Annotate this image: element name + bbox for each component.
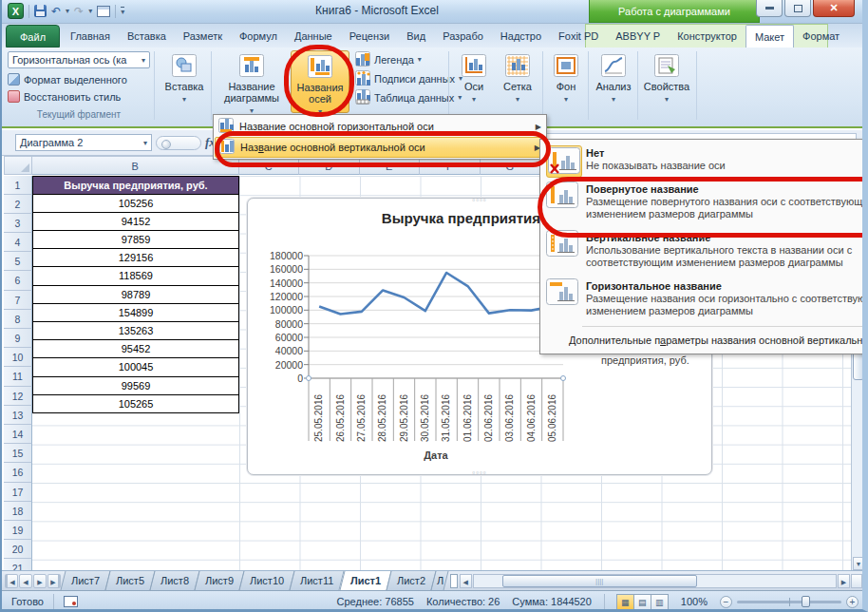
background-button[interactable]: Фон ▾ bbox=[546, 50, 586, 105]
ribbon-tab[interactable]: Конструктор bbox=[669, 25, 745, 48]
ribbon-tab[interactable]: Формул bbox=[231, 25, 286, 48]
table-header-cell[interactable]: Выручка предприятия, руб. bbox=[32, 176, 239, 195]
row-header[interactable]: 5 bbox=[4, 252, 32, 271]
ribbon-tab[interactable]: Формат bbox=[794, 25, 848, 48]
sheet-tab[interactable]: Лист8 bbox=[150, 571, 200, 590]
insert-button[interactable]: Вставка ▾ bbox=[160, 50, 209, 105]
select-all-corner[interactable] bbox=[4, 156, 32, 175]
maximize-button[interactable] bbox=[784, 0, 811, 17]
ribbon-tab[interactable]: Разметк bbox=[175, 25, 231, 48]
name-box[interactable]: Диаграмма 2 ▾ bbox=[15, 134, 152, 151]
ribbon-tab[interactable]: Данные bbox=[286, 25, 341, 48]
row-header[interactable]: 9 bbox=[4, 329, 32, 348]
submenu-item[interactable]: Горизонтальное названиеРазмещение назван… bbox=[540, 275, 868, 323]
sheet-tab[interactable]: Лист7 bbox=[61, 571, 111, 590]
menu-item[interactable]: Название основной горизонтальной оси▶ bbox=[215, 116, 545, 137]
column-header[interactable]: B bbox=[32, 156, 239, 175]
table-cell[interactable]: 129156 bbox=[32, 248, 239, 267]
table-cell[interactable]: 95452 bbox=[32, 339, 239, 358]
submenu-item[interactable]: Повернутое названиеРазмещение повернутог… bbox=[540, 178, 868, 226]
sheet-tab[interactable]: Лист1 bbox=[339, 571, 391, 590]
undo-icon[interactable]: ↶ bbox=[51, 5, 61, 18]
zoom-track[interactable] bbox=[737, 601, 841, 603]
data-labels-button[interactable]: Подписи данных ▾ bbox=[355, 70, 462, 86]
row-header[interactable]: 16 bbox=[4, 463, 32, 482]
submenu-item[interactable]: Вертикальное названиеИспользование верти… bbox=[540, 226, 868, 275]
row-header[interactable]: 8 bbox=[4, 310, 32, 329]
table-cell[interactable]: 94152 bbox=[32, 212, 239, 231]
ribbon-tab[interactable]: Рецензи bbox=[341, 25, 399, 48]
sheet-tab[interactable]: Лист10 bbox=[239, 571, 295, 590]
row-header[interactable]: 18 bbox=[4, 502, 32, 521]
sheet-tab[interactable]: Лист2 bbox=[386, 571, 436, 590]
page-break-view-button[interactable]: ▥ bbox=[651, 594, 669, 610]
zoom-level[interactable]: 100% bbox=[681, 596, 708, 607]
table-cell[interactable]: 97859 bbox=[32, 230, 239, 249]
row-header[interactable]: 10 bbox=[4, 348, 32, 367]
axis-titles-button[interactable]: Названия осей ▾ bbox=[291, 50, 349, 113]
row-header[interactable]: 2 bbox=[4, 195, 32, 214]
page-layout-view-button[interactable]: ▤ bbox=[633, 594, 651, 610]
minimize-button[interactable] bbox=[756, 0, 783, 17]
row-header[interactable]: 17 bbox=[4, 483, 32, 502]
print-preview-icon[interactable] bbox=[97, 6, 110, 17]
row-header[interactable]: 3 bbox=[4, 214, 32, 233]
table-cell[interactable]: 135263 bbox=[32, 321, 239, 340]
record-macro-icon[interactable] bbox=[64, 596, 78, 607]
horizontal-scroll-thumb[interactable] bbox=[502, 575, 697, 587]
zoom-in-icon[interactable]: + bbox=[846, 596, 859, 608]
table-cell[interactable]: 118569 bbox=[32, 266, 239, 285]
format-selection-button[interactable]: Формат выделенного bbox=[8, 73, 152, 86]
row-header[interactable]: 21 bbox=[4, 559, 32, 569]
row-header[interactable]: 6 bbox=[4, 271, 32, 290]
first-sheet-icon[interactable]: ◀ bbox=[5, 574, 18, 588]
undo-dropdown-icon[interactable]: ▾ bbox=[66, 7, 69, 15]
hscroll-right-icon[interactable]: ▶ bbox=[838, 574, 850, 588]
sheet-tab[interactable]: Лист11 bbox=[290, 571, 345, 590]
row-header[interactable]: 1 bbox=[4, 176, 32, 195]
tab-file[interactable]: Файл bbox=[6, 25, 60, 48]
excel-app-icon[interactable]: X bbox=[8, 3, 24, 19]
ribbon-tab[interactable]: Разрабо bbox=[434, 25, 492, 48]
ribbon-tab[interactable]: Надстро bbox=[492, 25, 550, 48]
ribbon-tab[interactable]: Вид bbox=[398, 25, 434, 48]
customize-qat-icon[interactable]: ▾ bbox=[121, 7, 124, 16]
zoom-thumb[interactable] bbox=[802, 596, 810, 607]
sheet-tab[interactable]: Лист5 bbox=[105, 571, 156, 590]
menu-item[interactable]: Название основной вертикальной оси▶ bbox=[215, 137, 545, 158]
row-header[interactable]: 15 bbox=[4, 444, 32, 463]
gridlines-button[interactable]: Сетка ▾ bbox=[496, 50, 539, 105]
analysis-button[interactable]: Анализ ▾ bbox=[591, 50, 636, 105]
redo-dropdown-icon[interactable]: ▾ bbox=[88, 7, 92, 15]
zoom-out-icon[interactable]: − bbox=[720, 596, 732, 608]
redo-icon[interactable]: ↷ bbox=[74, 5, 84, 18]
table-cell[interactable]: 98789 bbox=[32, 285, 239, 304]
next-sheet-icon[interactable]: ▶ bbox=[33, 574, 47, 588]
row-header[interactable]: 4 bbox=[4, 233, 32, 252]
data-table-button[interactable]: Таблица данных ▾ bbox=[355, 89, 462, 105]
ribbon-tab[interactable]: Вставка bbox=[119, 25, 175, 48]
scrollbar-resize-grip[interactable] bbox=[851, 574, 862, 588]
horizontal-scrollbar[interactable] bbox=[473, 574, 837, 588]
hscroll-left-icon[interactable]: ◀ bbox=[460, 574, 472, 588]
row-header[interactable]: 20 bbox=[4, 540, 32, 559]
table-cell[interactable]: 100045 bbox=[32, 357, 239, 376]
table-cell[interactable]: 105265 bbox=[32, 394, 239, 413]
row-header[interactable]: 12 bbox=[4, 387, 32, 406]
row-header[interactable]: 14 bbox=[4, 425, 32, 444]
table-cell[interactable]: 99569 bbox=[32, 376, 239, 395]
row-header[interactable]: 13 bbox=[4, 406, 32, 425]
properties-button[interactable]: Свойства ▾ bbox=[640, 50, 693, 105]
previous-sheet-icon[interactable]: ◀ bbox=[19, 574, 32, 588]
axes-button[interactable]: Оси ▾ bbox=[454, 50, 494, 105]
submenu-item[interactable]: НетНе показывать название оси bbox=[540, 142, 868, 178]
chart-element-selector[interactable]: Горизонтальная ось (ка ▾ bbox=[8, 51, 150, 68]
normal-view-button[interactable]: ▦ bbox=[616, 594, 634, 610]
close-button[interactable]: ✕ bbox=[813, 0, 855, 17]
ribbon-tab[interactable]: Foxit PD bbox=[550, 25, 607, 48]
row-header[interactable]: 19 bbox=[4, 521, 32, 540]
ribbon-tab[interactable]: ABBYY P bbox=[607, 25, 669, 48]
table-cell[interactable]: 105256 bbox=[32, 194, 239, 213]
scroll-down-icon[interactable]: ▼ bbox=[853, 557, 864, 570]
row-header[interactable]: 11 bbox=[4, 367, 32, 386]
